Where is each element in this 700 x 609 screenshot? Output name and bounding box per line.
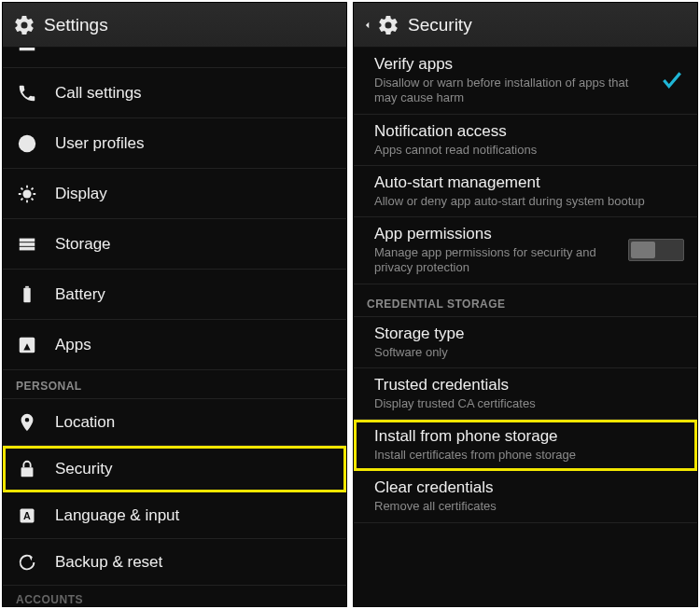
settings-pane: Settings Home Call settings User profile… <box>2 2 347 607</box>
storage-icon <box>16 233 38 256</box>
row-app-permissions[interactable]: App permissions Manage app permissions f… <box>354 217 697 284</box>
security-list: Verify apps Disallow or warn before inst… <box>354 48 697 606</box>
row-subtitle: Disallow or warn before installation of … <box>374 76 651 106</box>
row-label: Auto-start management <box>374 173 684 192</box>
row-subtitle: Install certificates from phone storage <box>374 448 684 463</box>
row-install-from-storage[interactable]: Install from phone storage Install certi… <box>354 420 697 471</box>
page-title: Settings <box>44 15 108 35</box>
svg-rect-6 <box>25 285 29 287</box>
display-icon <box>16 183 38 205</box>
row-label: Storage <box>55 235 333 254</box>
svg-rect-3 <box>20 242 35 246</box>
svg-rect-8 <box>21 467 34 477</box>
row-verify-apps[interactable]: Verify apps Disallow or warn before inst… <box>354 48 697 115</box>
location-icon <box>16 411 38 434</box>
language-icon: A <box>16 505 38 527</box>
row-subtitle: Apps cannot read notifications <box>374 143 684 158</box>
row-subtitle: Allow or deny app auto-start during syst… <box>374 194 684 209</box>
row-language-input[interactable]: A Language & input <box>3 492 346 539</box>
row-label: Call settings <box>55 84 333 103</box>
row-label: Storage type <box>374 325 684 343</box>
apps-icon <box>16 334 38 356</box>
row-label: Apps <box>55 336 333 354</box>
svg-point-0 <box>19 134 35 151</box>
row-storage-type[interactable]: Storage type Software only <box>354 317 697 368</box>
row-label: Location <box>55 413 333 432</box>
home-icon <box>16 48 38 54</box>
row-storage[interactable]: Storage <box>3 219 346 270</box>
backup-icon <box>16 551 38 574</box>
section-personal: PERSONAL <box>3 370 346 399</box>
row-label: App permissions <box>374 225 619 243</box>
row-label: Display <box>55 185 333 203</box>
svg-rect-5 <box>23 287 30 302</box>
section-credential-storage: CREDENTIAL STORAGE <box>354 284 697 317</box>
page-title: Security <box>408 15 472 35</box>
section-accounts: ACCOUNTS <box>3 586 346 606</box>
row-label: User profiles <box>55 134 333 153</box>
checkbox-checked-icon[interactable] <box>660 68 684 92</box>
row-label: Backup & reset <box>55 553 333 572</box>
back-icon[interactable] <box>363 17 372 34</box>
security-pane: Security Verify apps Disallow or warn be… <box>353 2 698 607</box>
row-home[interactable]: Home <box>3 48 346 68</box>
row-subtitle: Remove all certificates <box>374 499 684 514</box>
row-label: Battery <box>55 285 333 304</box>
battery-icon <box>16 284 38 306</box>
phone-icon <box>16 82 38 104</box>
row-user-profiles[interactable]: User profiles <box>3 118 346 169</box>
row-label: Security <box>55 460 333 478</box>
toggle-off[interactable]: O <box>628 239 684 261</box>
row-battery[interactable]: Battery <box>3 270 346 320</box>
svg-rect-2 <box>20 238 35 242</box>
row-subtitle: Software only <box>374 345 684 360</box>
settings-list: Home Call settings User profiles Display <box>3 48 346 606</box>
row-label: Install from phone storage <box>374 427 684 446</box>
row-label: Verify apps <box>374 55 651 74</box>
gear-icon <box>376 13 400 37</box>
row-call-settings[interactable]: Call settings <box>3 68 346 118</box>
actionbar-security: Security <box>354 3 697 48</box>
gear-icon <box>12 13 36 37</box>
row-trusted-credentials[interactable]: Trusted credentials Display trusted CA c… <box>354 368 697 420</box>
row-location[interactable]: Location <box>3 399 346 446</box>
row-subtitle: Manage app permissions for security and … <box>374 245 619 276</box>
row-subtitle: Display trusted CA certificates <box>374 396 684 411</box>
svg-rect-4 <box>20 246 35 250</box>
row-label: Trusted credentials <box>374 376 684 394</box>
row-auto-start[interactable]: Auto-start management Allow or deny app … <box>354 166 697 217</box>
row-label: Home <box>55 48 333 52</box>
row-backup-reset[interactable]: Backup & reset <box>3 539 346 586</box>
actionbar-settings: Settings <box>3 3 346 48</box>
svg-text:A: A <box>23 510 31 521</box>
row-security[interactable]: Security <box>3 446 346 492</box>
row-label: Notification access <box>374 122 684 141</box>
row-apps[interactable]: Apps <box>3 320 346 370</box>
row-notification-access[interactable]: Notification access Apps cannot read not… <box>354 115 697 166</box>
user-profiles-icon <box>16 132 38 155</box>
lock-icon <box>16 458 38 480</box>
row-label: Clear credentials <box>374 478 684 497</box>
svg-point-1 <box>22 189 31 198</box>
row-display[interactable]: Display <box>3 169 346 219</box>
row-clear-credentials[interactable]: Clear credentials Remove all certificate… <box>354 471 697 522</box>
row-label: Language & input <box>55 506 333 525</box>
